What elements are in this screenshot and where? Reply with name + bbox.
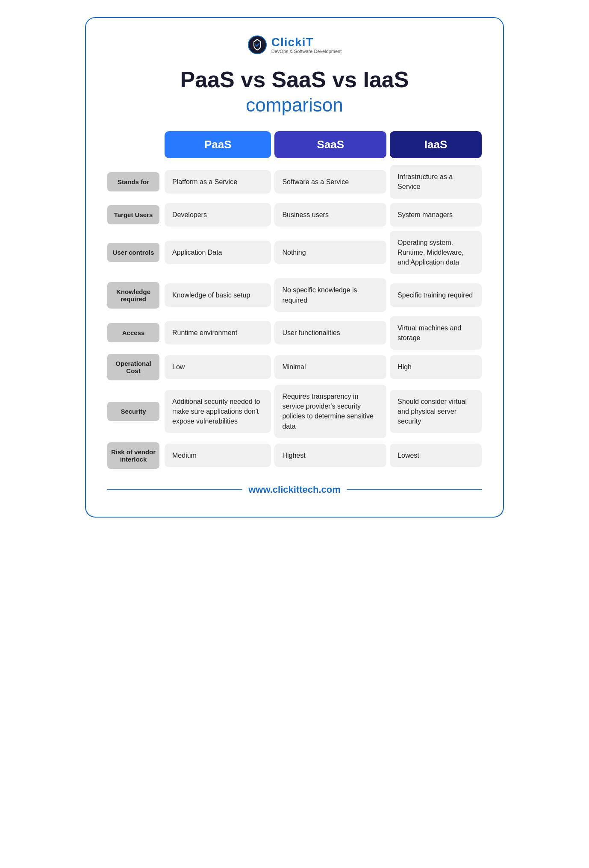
cell-paas-0: Platform as a Service bbox=[165, 170, 271, 194]
footer-url: www.clickittech.com bbox=[248, 484, 341, 495]
cell-saas-5: Minimal bbox=[274, 355, 386, 379]
cell-iaas-4: Virtual machines and storage bbox=[390, 316, 482, 350]
logo-text-block: ClickiT DevOps & Software Development bbox=[271, 36, 342, 54]
logo-name-accent: T bbox=[306, 35, 313, 49]
row-label-4: Access bbox=[107, 323, 159, 342]
cell-iaas-6: Should consider virtual and physical ser… bbox=[390, 390, 482, 433]
page-subtitle: comparison bbox=[107, 94, 482, 116]
footer-line-right bbox=[347, 489, 482, 490]
table-row: Knowledge requiredKnowledge of basic set… bbox=[107, 278, 482, 312]
cell-iaas-2: Operating system, Runtime, Middleware, a… bbox=[390, 231, 482, 274]
row-label-2: User controls bbox=[107, 243, 159, 262]
cell-paas-7: Medium bbox=[165, 444, 271, 467]
header-iaas-cell: IaaS bbox=[388, 131, 482, 158]
footer: www.clickittech.com bbox=[107, 484, 482, 495]
logo-name-main: Clicki bbox=[271, 35, 306, 49]
logo-area: ClickiT DevOps & Software Development bbox=[107, 35, 482, 55]
cell-iaas-5: High bbox=[390, 355, 482, 379]
cell-paas-3: Knowledge of basic setup bbox=[165, 283, 271, 307]
comparison-table: PaaS SaaS IaaS Stands forPlatform as a S… bbox=[107, 131, 482, 469]
header-saas-cell: SaaS bbox=[273, 131, 388, 158]
table-row: AccessRuntime environmentUser functional… bbox=[107, 316, 482, 350]
logo-subtitle: DevOps & Software Development bbox=[271, 49, 342, 54]
row-label-1: Target Users bbox=[107, 205, 159, 224]
cell-iaas-3: Specific training required bbox=[390, 283, 482, 307]
table-row: Risk of vendor interlockMediumHighestLow… bbox=[107, 442, 482, 469]
cell-iaas-0: Infrastructure as a Service bbox=[390, 165, 482, 198]
cell-saas-3: No specific knowledge is required bbox=[274, 278, 386, 312]
table-row: Stands forPlatform as a ServiceSoftware … bbox=[107, 165, 482, 198]
row-label-5: Operational Cost bbox=[107, 354, 159, 380]
table-row: User controlsApplication DataNothingOper… bbox=[107, 231, 482, 274]
iaas-header: IaaS bbox=[390, 131, 482, 158]
header-paas-cell: PaaS bbox=[163, 131, 273, 158]
cell-iaas-7: Lowest bbox=[390, 444, 482, 467]
cell-saas-6: Requires transparency in service provide… bbox=[274, 385, 386, 438]
cell-paas-4: Runtime environment bbox=[165, 321, 271, 344]
row-label-6: Security bbox=[107, 402, 159, 421]
cell-paas-6: Additional security needed to make sure … bbox=[165, 390, 271, 433]
cell-saas-0: Software as a Service bbox=[274, 170, 386, 194]
cell-iaas-1: System managers bbox=[390, 203, 482, 227]
cell-paas-5: Low bbox=[165, 355, 271, 379]
table-row: Operational CostLowMinimalHigh bbox=[107, 354, 482, 380]
table-row: SecurityAdditional security needed to ma… bbox=[107, 385, 482, 438]
footer-line-left bbox=[107, 489, 242, 490]
cell-saas-4: User functionalities bbox=[274, 321, 386, 344]
page-title: PaaS vs SaaS vs IaaS bbox=[107, 68, 482, 92]
logo-name: ClickiT bbox=[271, 36, 342, 49]
header-empty bbox=[107, 131, 163, 158]
saas-header: SaaS bbox=[274, 131, 386, 158]
row-label-7: Risk of vendor interlock bbox=[107, 442, 159, 469]
paas-header: PaaS bbox=[165, 131, 271, 158]
cell-saas-2: Nothing bbox=[274, 241, 386, 264]
cell-paas-2: Application Data bbox=[165, 241, 271, 264]
logo-icon bbox=[247, 35, 267, 55]
cell-saas-7: Highest bbox=[274, 444, 386, 467]
row-label-3: Knowledge required bbox=[107, 282, 159, 309]
main-card: ClickiT DevOps & Software Development Pa… bbox=[85, 17, 504, 518]
cell-saas-1: Business users bbox=[274, 203, 386, 227]
row-label-0: Stands for bbox=[107, 172, 159, 191]
table-row: Target UsersDevelopersBusiness usersSyst… bbox=[107, 203, 482, 227]
cell-paas-1: Developers bbox=[165, 203, 271, 227]
table-header-row: PaaS SaaS IaaS bbox=[107, 131, 482, 158]
